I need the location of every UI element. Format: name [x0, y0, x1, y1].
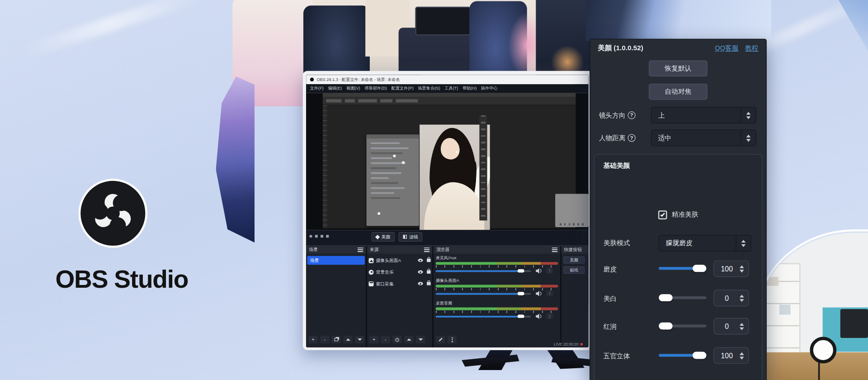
- source-row-window[interactable]: 窗口采集: [369, 279, 431, 288]
- mixer-channel-desktop: 桌面音频 ⋮: [436, 301, 558, 318]
- add-source-button[interactable]: +: [369, 336, 379, 343]
- spinner-chevrons-icon[interactable]: [740, 323, 744, 330]
- menu-plugin-center[interactable]: 插件中心: [479, 86, 499, 92]
- beauty-icon: [375, 234, 380, 239]
- obs-menubar: 文件(F) 编辑(E) 视图(V) 停靠部件(D) 配置文件(P) 场景集合(S…: [306, 84, 588, 93]
- dock-menu-icon[interactable]: [358, 247, 363, 252]
- monitor-screen: OBS 29.1.3 - 配置文件: 未命名 - 场景: 未命名 文件(F) 编…: [306, 75, 588, 347]
- whitening-slider[interactable]: [659, 296, 706, 299]
- channel-options-button[interactable]: ⋮: [547, 313, 553, 319]
- obs-preview-area: [306, 93, 588, 230]
- speaker-icon[interactable]: [535, 268, 542, 274]
- qq-support-link[interactable]: QQ客服: [715, 44, 738, 53]
- volume-slider-thumb[interactable]: [518, 292, 524, 295]
- menu-docks[interactable]: 停靠部件(D): [363, 86, 389, 92]
- lock-icon[interactable]: [427, 282, 431, 285]
- basic-beauty-section: 基础美颜 精准美肤 美肤模式 朦胧磨皮 磨皮 100: [594, 154, 762, 380]
- mixer-channel-camera: 摄像头画面A ⋮: [436, 278, 558, 296]
- visibility-eye-icon[interactable]: [418, 282, 423, 285]
- scene-move-down-button[interactable]: [355, 336, 364, 343]
- audio-mixer-dock: 混音器 麦克风/Aux ⋮ 摄像头画面A: [434, 245, 560, 347]
- speaker-icon[interactable]: [535, 314, 542, 319]
- media-play-icon: [369, 270, 374, 275]
- help-icon[interactable]: ?: [628, 111, 636, 119]
- menu-edit[interactable]: 编辑(E): [326, 86, 344, 92]
- captured-settings-dialog: [367, 135, 419, 226]
- skin-mode-select[interactable]: 朦胧磨皮: [659, 235, 751, 252]
- face-3d-value-spinner[interactable]: 100: [713, 347, 749, 364]
- menu-view[interactable]: 视图(V): [344, 86, 362, 92]
- lock-icon[interactable]: [427, 259, 431, 262]
- spinner-chevrons-icon[interactable]: [741, 108, 755, 123]
- smoothing-slider[interactable]: [659, 267, 706, 270]
- quick-beauty-button[interactable]: 美颜: [564, 256, 585, 264]
- add-scene-button[interactable]: +: [308, 336, 318, 343]
- obs-app-icon: [310, 77, 314, 81]
- volume-slider-thumb[interactable]: [518, 315, 524, 318]
- source-move-down-button[interactable]: [416, 336, 425, 343]
- spinner-chevrons-icon[interactable]: [740, 265, 744, 272]
- slider-thumb[interactable]: [659, 294, 673, 301]
- preview-mini-icons: [309, 235, 329, 238]
- mixer-dock-title: 混音器: [436, 247, 449, 252]
- remove-scene-button[interactable]: -: [320, 336, 330, 343]
- photo-edge-wedge: [216, 76, 255, 242]
- channel-options-button[interactable]: ⋮: [547, 267, 553, 273]
- captured-speaker-panel: [555, 194, 588, 227]
- menu-scene-collection[interactable]: 场景集合(S): [416, 86, 442, 92]
- menu-profile[interactable]: 配置文件(P): [390, 86, 415, 92]
- face-3d-slider[interactable]: [659, 354, 706, 356]
- mixer-edit-button[interactable]: [436, 336, 445, 343]
- quick-sticker-button[interactable]: 贴纸: [564, 266, 585, 274]
- slider-thumb[interactable]: [693, 265, 707, 272]
- camera-direction-select[interactable]: 上: [651, 107, 756, 124]
- obs-studio-wordmark: OBS Studio: [22, 265, 222, 294]
- source-row-camera[interactable]: 摄像头画面A: [369, 256, 431, 265]
- dock-menu-icon[interactable]: [552, 247, 557, 252]
- obs-status-bar: LIVE 20:00:20: [554, 342, 583, 347]
- obs-titlebar: OBS 29.1.3 - 配置文件: 未命名 - 场景: 未命名: [306, 75, 588, 84]
- autofocus-button[interactable]: 自动对焦: [649, 84, 708, 100]
- promo-canvas: OBS Studio OBS 29.1.3 - 配置文件: 未命名 - 场景: …: [0, 0, 868, 380]
- spinner-chevrons-icon[interactable]: [740, 352, 744, 359]
- remove-source-button[interactable]: -: [381, 336, 390, 343]
- person-distance-select[interactable]: 适中: [651, 130, 756, 147]
- spinner-chevrons-icon[interactable]: [740, 294, 744, 302]
- spinner-chevrons-icon[interactable]: [741, 130, 755, 146]
- studio-room-photo: [757, 233, 868, 380]
- source-row-music[interactable]: 背景音乐: [369, 267, 431, 276]
- source-move-up-button[interactable]: [404, 336, 414, 343]
- menu-file[interactable]: 文件(F): [308, 86, 325, 92]
- filter-chip-button[interactable]: 滤镜: [399, 232, 423, 242]
- captured-app-tool-strip: [479, 115, 487, 221]
- scene-list-item-selected[interactable]: 场景: [307, 256, 365, 265]
- menu-help[interactable]: 帮助(H): [461, 86, 478, 92]
- panel-title: 美颜 (1.0.0.52): [598, 44, 643, 53]
- precise-skin-checkbox[interactable]: [658, 210, 667, 219]
- lock-icon[interactable]: [427, 271, 431, 274]
- live-timer: LIVE 20:00:20: [554, 342, 578, 347]
- spinner-chevrons-icon[interactable]: [736, 235, 750, 251]
- audio-level-meter: [436, 308, 558, 310]
- whitening-value-spinner[interactable]: 0: [713, 290, 749, 306]
- volume-slider-thumb[interactable]: [518, 269, 524, 272]
- visibility-eye-icon[interactable]: [418, 271, 423, 274]
- slider-thumb[interactable]: [659, 323, 673, 330]
- tutorial-link[interactable]: 教程: [745, 44, 758, 53]
- mixer-more-button[interactable]: [447, 336, 457, 343]
- restore-defaults-button[interactable]: 恢复默认: [649, 60, 708, 76]
- speaker-icon[interactable]: [535, 291, 542, 296]
- source-properties-button[interactable]: [392, 336, 402, 343]
- help-icon[interactable]: ?: [628, 134, 636, 142]
- rosiness-value-spinner[interactable]: 0: [713, 318, 749, 335]
- channel-options-button[interactable]: ⋮: [547, 290, 553, 296]
- scene-move-up-button[interactable]: [343, 336, 353, 343]
- rosiness-slider[interactable]: [659, 325, 706, 328]
- visibility-eye-icon[interactable]: [418, 259, 423, 262]
- menu-tools[interactable]: 工具(T): [443, 86, 460, 92]
- dock-menu-icon[interactable]: [424, 247, 429, 252]
- slider-thumb[interactable]: [693, 352, 707, 359]
- duplicate-scene-button[interactable]: [331, 336, 341, 343]
- beauty-chip-button[interactable]: 美颜: [372, 232, 395, 242]
- smoothing-value-spinner[interactable]: 100: [713, 261, 749, 277]
